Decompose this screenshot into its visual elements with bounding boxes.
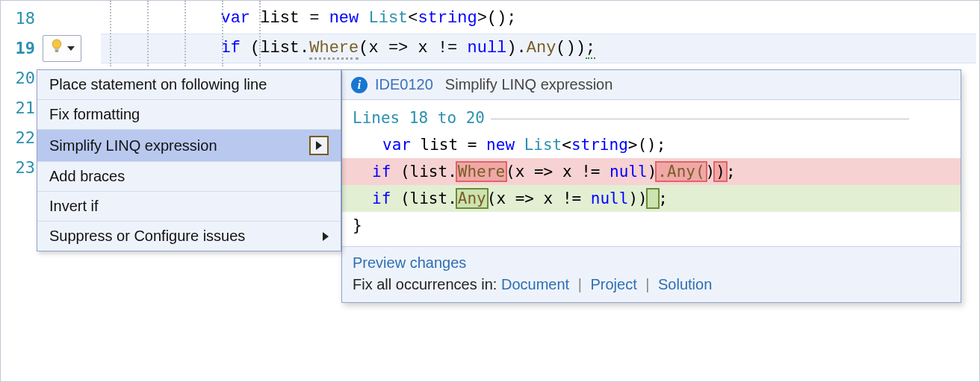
qa-item-label: Add braces <box>49 168 125 185</box>
lightbulb-icon <box>49 38 64 60</box>
separator: | <box>641 276 654 292</box>
indent-guide <box>184 1 186 66</box>
qa-item-label: Fix formatting <box>49 106 140 123</box>
indent-guide <box>259 1 261 66</box>
qa-item-add-braces[interactable]: Add braces <box>37 162 341 192</box>
fix-all-label: Fix all occurrences in: <box>353 276 497 292</box>
code-line-19[interactable]: if (list.Where(x => x != null).Any()); <box>43 34 979 63</box>
fix-project-link[interactable]: Project <box>590 276 636 292</box>
line-number: 19 <box>1 34 43 63</box>
indent-guide <box>222 1 223 66</box>
qa-item-place-statement[interactable]: Place statement on following line <box>37 70 341 100</box>
diff-added-line: if (list.Any(x => x != null)) ; <box>342 185 961 212</box>
preview-flyout: i IDE0120 Simplify LINQ expression Lines… <box>341 69 961 303</box>
separator: | <box>574 276 586 292</box>
preview-changes-link[interactable]: Preview changes <box>353 254 466 271</box>
qa-item-label: Simplify LINQ expression <box>49 137 217 154</box>
diff-removed-line: if (list.Where(x => x != null).Any()); <box>342 158 961 185</box>
line-number: 18 <box>1 4 43 34</box>
rule-id[interactable]: IDE0120 <box>375 76 433 93</box>
code-line-18[interactable]: var list = new List<string>(); <box>43 4 979 34</box>
qa-item-simplify-linq[interactable]: Simplify LINQ expression <box>37 130 341 162</box>
rule-description: Simplify LINQ expression <box>445 76 613 93</box>
preview-header: i IDE0120 Simplify LINQ expression <box>342 70 961 100</box>
diff-range-title: Lines 18 to 20 <box>353 104 950 131</box>
qa-item-label: Invert if <box>49 198 99 215</box>
qa-item-invert-if[interactable]: Invert if <box>37 192 341 222</box>
indent-guide <box>147 1 149 66</box>
qa-item-suppress-configure[interactable]: Suppress or Configure issues <box>37 222 341 251</box>
info-icon: i <box>351 77 368 93</box>
diff-context-line: } <box>353 216 362 234</box>
qa-item-label: Place statement on following line <box>49 76 267 93</box>
diff-preview: Lines 18 to 20 var list = new List<strin… <box>342 100 961 246</box>
qa-item-label: Suppress or Configure issues <box>49 228 245 245</box>
svg-rect-1 <box>55 51 58 52</box>
submenu-arrow-icon <box>309 136 329 155</box>
svg-rect-0 <box>55 48 59 51</box>
preview-footer: Preview changes Fix all occurrences in: … <box>342 246 961 302</box>
qa-item-fix-formatting[interactable]: Fix formatting <box>37 100 341 130</box>
quick-actions-menu: Place statement on following line Fix fo… <box>37 69 341 251</box>
quick-actions-button[interactable] <box>43 35 81 62</box>
submenu-arrow-icon <box>323 232 329 241</box>
chevron-down-icon <box>67 46 75 51</box>
indent-guide <box>110 1 111 66</box>
diff-context-line: var list = new List<string>(); <box>353 131 950 158</box>
fix-document-link[interactable]: Document <box>501 276 569 292</box>
fix-solution-link[interactable]: Solution <box>658 276 712 292</box>
